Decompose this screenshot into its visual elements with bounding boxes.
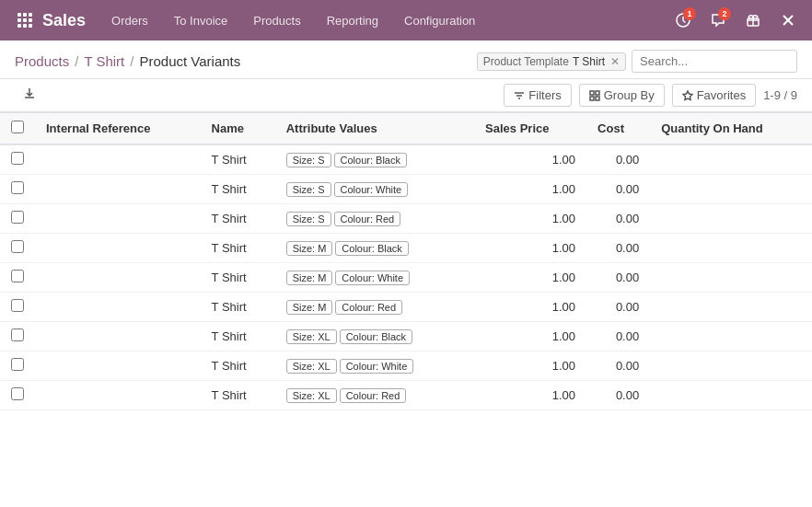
cell-cost: 0.00 bbox=[586, 175, 650, 204]
attribute-tag: Size: S bbox=[286, 182, 331, 197]
app-brand: Sales bbox=[42, 11, 86, 30]
cell-attrs: Size: MColour: White bbox=[275, 263, 474, 293]
cell-name[interactable]: T Shirt bbox=[201, 322, 275, 351]
search-filter-area: Product Template T Shirt ✕ bbox=[477, 50, 797, 73]
chat-icon-btn[interactable]: 2 bbox=[703, 6, 733, 35]
attribute-tag: Size: XL bbox=[286, 329, 337, 344]
attribute-tag: Colour: Black bbox=[334, 153, 407, 167]
row-checkbox[interactable] bbox=[11, 387, 24, 400]
cell-price: 1.00 bbox=[474, 204, 586, 234]
nav-reporting[interactable]: Reporting bbox=[314, 0, 391, 40]
table-row: T ShirtSize: SColour: Black1.000.00 bbox=[0, 144, 812, 175]
cell-price: 1.00 bbox=[474, 381, 586, 410]
download-button[interactable] bbox=[15, 83, 44, 108]
table-row: T ShirtSize: MColour: Black1.000.00 bbox=[0, 234, 812, 263]
breadcrumb: Products / T Shirt / Product Variants bbox=[15, 53, 240, 69]
filter-tag-remove[interactable]: ✕ bbox=[610, 55, 620, 68]
cell-qty bbox=[650, 234, 812, 263]
chat-badge: 2 bbox=[718, 7, 731, 20]
cell-price: 1.00 bbox=[474, 351, 586, 381]
favorites-label: Favorites bbox=[697, 88, 746, 102]
cell-name[interactable]: T Shirt bbox=[201, 144, 275, 175]
table-row: T ShirtSize: XLColour: Black1.000.00 bbox=[0, 322, 812, 351]
row-checkbox[interactable] bbox=[11, 152, 24, 165]
cell-name[interactable]: T Shirt bbox=[201, 204, 275, 234]
svg-rect-11 bbox=[590, 91, 594, 95]
clock-icon-btn[interactable]: 1 bbox=[668, 6, 698, 35]
row-checkbox[interactable] bbox=[11, 358, 24, 371]
header-internal-ref[interactable]: Internal Reference bbox=[35, 113, 201, 145]
cell-ref bbox=[35, 175, 201, 204]
row-checkbox[interactable] bbox=[11, 211, 24, 224]
attribute-tag: Colour: Red bbox=[334, 212, 401, 226]
cell-ref bbox=[35, 381, 201, 410]
attribute-tag: Colour: Red bbox=[340, 388, 407, 403]
nav-to-invoice[interactable]: To Invoice bbox=[161, 0, 241, 40]
nav-menu: Orders To Invoice Products Reporting Con… bbox=[99, 0, 488, 40]
filters-button[interactable]: Filters bbox=[504, 84, 571, 107]
cell-qty bbox=[650, 175, 812, 204]
favorites-button[interactable]: Favorites bbox=[672, 84, 756, 107]
cell-qty bbox=[650, 144, 812, 175]
header-checkbox-col bbox=[0, 113, 35, 145]
header-qty-on-hand[interactable]: Quantity On Hand bbox=[650, 113, 812, 145]
search-input[interactable] bbox=[632, 50, 797, 73]
header-name[interactable]: Name bbox=[201, 113, 275, 145]
breadcrumb-current: Product Variants bbox=[139, 53, 240, 69]
cell-attrs: Size: MColour: Red bbox=[275, 293, 474, 322]
close-icon-btn[interactable] bbox=[773, 6, 803, 35]
cell-price: 1.00 bbox=[474, 144, 586, 175]
row-checkbox[interactable] bbox=[11, 299, 24, 312]
page-count: 1-9 / 9 bbox=[763, 88, 797, 102]
gift-icon-btn[interactable] bbox=[738, 6, 768, 35]
breadcrumb-products[interactable]: Products bbox=[15, 53, 69, 69]
attribute-tag: Size: XL bbox=[286, 359, 337, 374]
cell-cost: 0.00 bbox=[586, 381, 650, 410]
cell-cost: 0.00 bbox=[586, 234, 650, 263]
cell-ref bbox=[35, 263, 201, 293]
select-all-checkbox[interactable] bbox=[11, 121, 24, 133]
grid-menu-icon[interactable] bbox=[9, 6, 39, 35]
nav-configuration[interactable]: Configuration bbox=[391, 0, 488, 40]
cell-qty bbox=[650, 351, 812, 381]
row-checkbox[interactable] bbox=[11, 328, 24, 341]
action-bar: Filters Group By Favorites 1-9 / 9 bbox=[0, 79, 812, 112]
cell-attrs: Size: XLColour: Red bbox=[275, 381, 474, 410]
header-cost[interactable]: Cost bbox=[586, 113, 650, 145]
row-checkbox[interactable] bbox=[11, 270, 24, 282]
filter-tag-label: Product Template bbox=[483, 55, 569, 68]
cell-name[interactable]: T Shirt bbox=[201, 234, 275, 263]
header-attribute-values[interactable]: Attribute Values bbox=[275, 113, 474, 145]
filter-controls: Filters Group By Favorites 1-9 / 9 bbox=[504, 84, 797, 107]
product-template-filter-tag: Product Template T Shirt ✕ bbox=[477, 52, 626, 71]
row-checkbox[interactable] bbox=[11, 240, 24, 253]
groupby-button[interactable]: Group By bbox=[579, 84, 665, 107]
cell-name[interactable]: T Shirt bbox=[201, 351, 275, 381]
data-table-container: Internal Reference Name Attribute Values… bbox=[0, 112, 812, 410]
attribute-tag: Colour: White bbox=[334, 182, 409, 197]
nav-orders[interactable]: Orders bbox=[99, 0, 161, 40]
cell-ref bbox=[35, 204, 201, 234]
table-header-row: Internal Reference Name Attribute Values… bbox=[0, 113, 812, 145]
nav-products[interactable]: Products bbox=[240, 0, 313, 40]
cell-name[interactable]: T Shirt bbox=[201, 175, 275, 204]
attribute-tag: Size: M bbox=[286, 241, 333, 256]
cell-qty bbox=[650, 381, 812, 410]
attribute-tag: Size: S bbox=[286, 153, 331, 167]
cell-attrs: Size: XLColour: Black bbox=[275, 322, 474, 351]
attribute-tag: Size: S bbox=[286, 212, 331, 226]
header-sales-price[interactable]: Sales Price bbox=[474, 113, 586, 145]
cell-cost: 0.00 bbox=[586, 351, 650, 381]
cell-qty bbox=[650, 293, 812, 322]
attribute-tag: Colour: Red bbox=[335, 300, 402, 315]
cell-name[interactable]: T Shirt bbox=[201, 381, 275, 410]
cell-name[interactable]: T Shirt bbox=[201, 293, 275, 322]
svg-rect-12 bbox=[596, 91, 599, 95]
svg-rect-13 bbox=[590, 97, 594, 100]
attribute-tag: Colour: White bbox=[340, 359, 414, 374]
row-checkbox[interactable] bbox=[11, 181, 24, 194]
cell-qty bbox=[650, 263, 812, 293]
cell-name[interactable]: T Shirt bbox=[201, 263, 275, 293]
breadcrumb-tshirt[interactable]: T Shirt bbox=[84, 53, 124, 69]
cell-cost: 0.00 bbox=[586, 322, 650, 351]
